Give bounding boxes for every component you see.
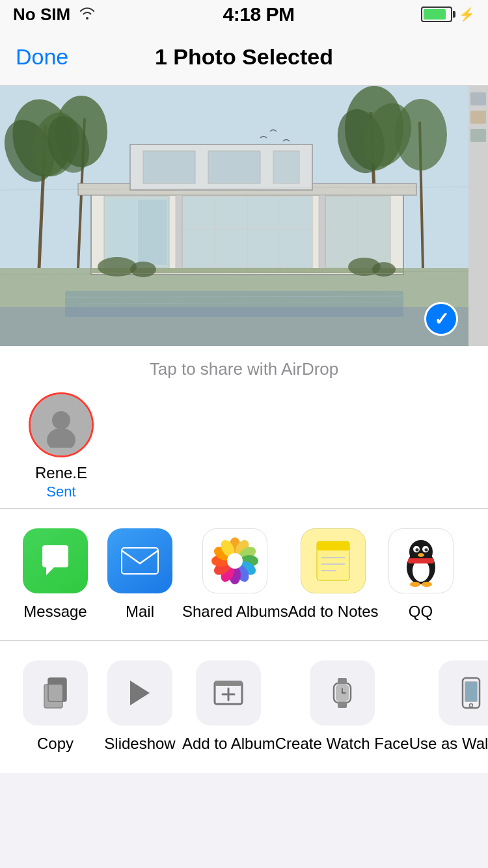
app-label-shared-albums: Shared Albums bbox=[182, 603, 288, 621]
action-label-slideshow: Slideshow bbox=[104, 735, 175, 753]
action-label-create-watch-face: Create Watch Face bbox=[275, 735, 409, 753]
action-item-use-as-wallpaper[interactable]: Use as Wallpap… bbox=[409, 660, 488, 753]
watch-icon bbox=[325, 675, 360, 711]
photos-flower-icon bbox=[209, 535, 261, 587]
action-item-add-to-album[interactable]: Add to Album bbox=[182, 660, 275, 753]
app-item-add-to-notes[interactable]: Add to Notes bbox=[288, 528, 379, 621]
svg-point-75 bbox=[410, 582, 420, 587]
contact-name: Rene.E bbox=[35, 464, 87, 482]
svg-rect-20 bbox=[107, 200, 137, 265]
wallpaper-phone-icon bbox=[454, 675, 488, 711]
action-item-copy[interactable]: Copy bbox=[13, 660, 98, 753]
svg-point-76 bbox=[422, 582, 432, 587]
add-album-icon bbox=[211, 675, 246, 711]
action-item-create-watch-face[interactable]: Create Watch Face bbox=[275, 660, 409, 753]
wallpaper-icon-wrap bbox=[439, 660, 488, 726]
svg-rect-82 bbox=[215, 681, 242, 686]
done-button[interactable]: Done bbox=[16, 44, 68, 70]
contact-item-renee[interactable]: Rene.E Sent bbox=[16, 392, 107, 500]
sidebar-thumb[interactable] bbox=[470, 92, 486, 105]
action-label-copy: Copy bbox=[37, 735, 74, 753]
copy-icon-wrap bbox=[23, 660, 88, 726]
notes-app-icon bbox=[301, 528, 366, 593]
app-item-qq[interactable]: QQ bbox=[379, 528, 463, 621]
add-to-album-icon-wrap bbox=[196, 660, 261, 726]
svg-point-72 bbox=[424, 549, 427, 552]
svg-point-60 bbox=[227, 553, 243, 569]
svg-point-36 bbox=[130, 262, 156, 277]
apps-section: Message Mail bbox=[0, 509, 488, 641]
photos-app-icon bbox=[202, 528, 267, 593]
svg-point-71 bbox=[415, 549, 418, 552]
svg-point-45 bbox=[47, 428, 75, 448]
notes-icon bbox=[314, 538, 353, 584]
avatar-icon bbox=[38, 402, 84, 448]
svg-rect-30 bbox=[208, 151, 260, 183]
svg-rect-46 bbox=[122, 548, 158, 574]
svg-rect-88 bbox=[338, 701, 347, 708]
mail-envelope-icon bbox=[120, 547, 159, 575]
svg-rect-29 bbox=[143, 151, 195, 183]
svg-rect-87 bbox=[338, 678, 347, 685]
app-item-message[interactable]: Message bbox=[13, 528, 98, 621]
charging-icon: ⚡ bbox=[459, 7, 475, 22]
contact-status: Sent bbox=[46, 483, 75, 500]
action-label-use-as-wallpaper: Use as Wallpap… bbox=[409, 735, 488, 753]
actions-row: Copy Slideshow bbox=[0, 660, 488, 753]
airdrop-hint-text: Tap to share with AirDrop bbox=[0, 359, 488, 379]
airdrop-section: Tap to share with AirDrop Rene.E Sent bbox=[0, 346, 488, 509]
sidebar-thumb[interactable] bbox=[470, 111, 486, 124]
slideshow-icon-wrap bbox=[107, 660, 172, 726]
svg-point-93 bbox=[470, 704, 473, 707]
svg-rect-31 bbox=[273, 151, 299, 183]
svg-marker-80 bbox=[130, 681, 150, 705]
svg-point-15 bbox=[395, 99, 447, 170]
photo-selected-indicator: ✓ bbox=[424, 302, 458, 336]
contacts-row: Rene.E Sent bbox=[0, 392, 488, 500]
photo-sidebar bbox=[468, 86, 488, 346]
svg-rect-32 bbox=[176, 195, 182, 270]
action-label-add-to-album: Add to Album bbox=[182, 735, 275, 753]
svg-point-44 bbox=[52, 411, 70, 429]
svg-rect-74 bbox=[408, 558, 434, 563]
message-bubble-icon bbox=[36, 541, 75, 580]
app-label-qq: QQ bbox=[409, 603, 433, 621]
app-item-shared-albums[interactable]: Shared Albums bbox=[182, 528, 288, 621]
svg-rect-78 bbox=[44, 685, 62, 708]
navigation-bar: Done 1 Photo Selected bbox=[0, 29, 488, 86]
svg-rect-33 bbox=[319, 195, 325, 270]
svg-point-73 bbox=[418, 553, 424, 557]
message-app-icon bbox=[23, 528, 88, 593]
app-label-message: Message bbox=[23, 603, 87, 621]
avatar-placeholder bbox=[31, 394, 92, 455]
app-item-mail[interactable]: Mail bbox=[98, 528, 182, 621]
slideshow-play-icon bbox=[122, 675, 157, 711]
svg-rect-62 bbox=[317, 541, 349, 550]
svg-point-38 bbox=[372, 262, 396, 277]
carrier-label: No SIM bbox=[13, 5, 70, 25]
photo-sketch bbox=[0, 86, 468, 346]
wifi-icon bbox=[78, 5, 96, 25]
watch-icon-wrap bbox=[310, 660, 375, 726]
action-item-slideshow[interactable]: Slideshow bbox=[98, 660, 182, 753]
sidebar-thumb[interactable] bbox=[470, 129, 486, 142]
qq-penguin-icon bbox=[398, 535, 444, 587]
battery-indicator bbox=[421, 7, 452, 22]
svg-rect-94 bbox=[465, 682, 477, 701]
actions-section: Copy Slideshow bbox=[0, 641, 488, 773]
qq-app-icon bbox=[388, 528, 454, 593]
mail-app-icon bbox=[107, 528, 172, 593]
app-label-mail: Mail bbox=[126, 603, 154, 621]
contact-avatar-wrap bbox=[29, 392, 94, 457]
svg-rect-21 bbox=[138, 200, 167, 265]
photo-strip: ✓ bbox=[0, 86, 488, 346]
copy-icon bbox=[38, 675, 73, 711]
status-bar: No SIM 4:18 PM ⚡ bbox=[0, 0, 488, 29]
checkmark-icon: ✓ bbox=[434, 308, 449, 330]
page-title: 1 Photo Selected bbox=[155, 44, 333, 70]
app-label-add-to-notes: Add to Notes bbox=[288, 603, 379, 621]
main-photo[interactable]: ✓ bbox=[0, 86, 468, 346]
time-label: 4:18 PM bbox=[223, 3, 295, 25]
apps-row: Message Mail bbox=[0, 528, 488, 621]
